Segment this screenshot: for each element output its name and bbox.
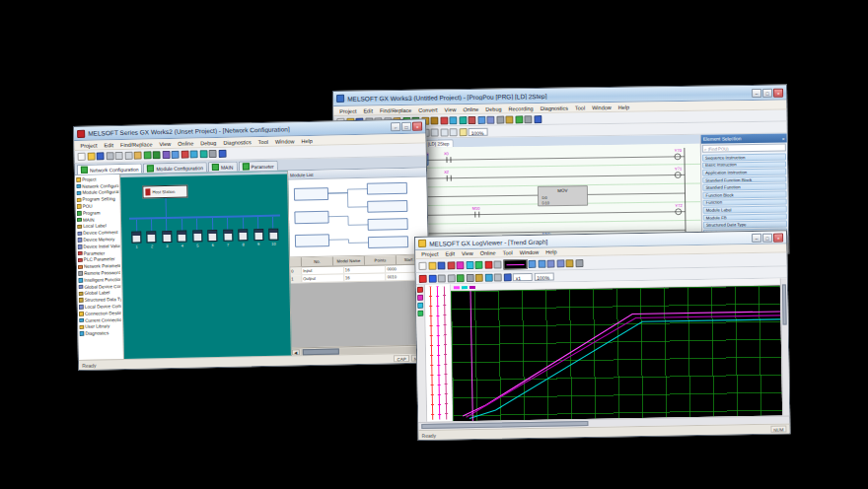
waveform-preview-icon[interactable] [503, 259, 527, 269]
menu-item[interactable]: Window [517, 249, 542, 255]
scrollbar-thumb[interactable] [782, 284, 787, 325]
menu-item[interactable]: Find/Replace [117, 141, 156, 148]
open-icon[interactable] [428, 261, 436, 269]
scale-axis-red[interactable] [429, 287, 434, 420]
menu-item[interactable]: Window [272, 138, 298, 145]
cross-reference-icon[interactable] [496, 115, 504, 123]
horizontal-scale-select[interactable]: x1 [513, 272, 533, 280]
element-category[interactable]: Basic Instruction [702, 161, 786, 169]
stop-monitor-icon[interactable] [484, 260, 492, 268]
menu-item[interactable]: Help [615, 104, 632, 109]
cursor-b-icon[interactable] [428, 274, 436, 282]
scale-optimize-icon[interactable] [457, 274, 465, 282]
close-button[interactable]: × [412, 122, 422, 131]
monitor-start-icon[interactable] [459, 116, 467, 124]
help-icon[interactable] [218, 150, 226, 158]
magenta-channel-icon[interactable] [417, 295, 423, 301]
block-boxes[interactable] [294, 182, 407, 249]
new-icon[interactable] [418, 261, 426, 269]
menu-item[interactable]: Help [298, 137, 315, 143]
menu-item[interactable]: Tool [255, 138, 271, 144]
column-header[interactable]: Model Name [333, 256, 365, 266]
zoom-select[interactable]: 100% [534, 272, 553, 280]
zoom-value-out-icon[interactable] [556, 259, 564, 267]
station-node[interactable]: 9 [253, 217, 263, 246]
monitor-stop-icon[interactable] [468, 115, 475, 123]
station-node[interactable]: 8 [238, 217, 249, 246]
menu-item[interactable]: Recording [505, 105, 536, 111]
menu-item[interactable]: Window [589, 105, 615, 110]
trend-plot-area[interactable] [451, 286, 782, 422]
menu-item[interactable]: Edit [101, 142, 116, 148]
menu-item[interactable]: Edit [442, 250, 458, 256]
cut-icon[interactable] [115, 152, 123, 160]
document-tab[interactable]: Parameter [238, 161, 278, 172]
red-channel-icon[interactable] [417, 287, 423, 293]
close-icon[interactable]: × [782, 135, 785, 141]
zoom-in-icon[interactable] [172, 151, 180, 159]
minimize-button[interactable]: – [752, 233, 761, 242]
find-icon[interactable] [162, 151, 170, 159]
window-trend-graph[interactable]: MELSOFT GX LogViewer - [Trend Graph] – □… [414, 230, 791, 441]
cyan-channel-icon[interactable] [417, 303, 423, 309]
minimize-button[interactable]: – [752, 88, 761, 97]
options-icon[interactable] [524, 115, 532, 123]
menu-item[interactable]: Diagnostics [538, 105, 572, 110]
redo-icon[interactable] [153, 151, 161, 159]
historical-trend-icon[interactable] [456, 261, 464, 269]
cursor-icon[interactable] [493, 260, 501, 268]
zoom-time-in-icon[interactable] [528, 259, 536, 267]
legend-icon[interactable] [565, 259, 573, 267]
menu-item[interactable]: Tool [572, 105, 588, 110]
element-category[interactable]: Function [703, 198, 787, 206]
close-button[interactable]: × [773, 233, 783, 242]
element-category[interactable]: Module Label [703, 206, 787, 214]
menu-item[interactable]: Tool [500, 249, 516, 255]
device-list-icon[interactable] [505, 115, 513, 123]
document-tab[interactable]: Network Configuration [77, 164, 143, 175]
start-monitor-icon[interactable] [474, 260, 482, 268]
station-node[interactable]: 3 [162, 219, 173, 248]
wrap-destination-icon[interactable] [440, 128, 448, 136]
menu-item[interactable]: Convert [415, 106, 440, 112]
watch-icon[interactable] [486, 115, 494, 123]
cursor-a-icon[interactable] [419, 274, 427, 282]
move-right-icon[interactable] [447, 274, 455, 282]
write-to-plc-icon[interactable] [181, 151, 188, 159]
element-search-input[interactable]: ⌕ (Find POU) [702, 144, 786, 153]
comment-icon[interactable] [459, 128, 467, 136]
station-node[interactable]: 7 [223, 218, 234, 247]
menu-item[interactable]: Help [542, 248, 559, 254]
inline-st-icon[interactable] [450, 128, 458, 136]
print-icon[interactable] [106, 152, 113, 160]
wrap-source-icon[interactable] [431, 128, 439, 136]
scrollbar-thumb[interactable] [303, 348, 339, 355]
host-station-box[interactable]: Host Station [142, 185, 187, 199]
print-icon[interactable] [494, 273, 502, 281]
menu-item[interactable]: Find/Replace [377, 106, 415, 113]
menu-item[interactable]: Edit [360, 107, 376, 113]
zoom-select[interactable]: 100% [469, 127, 488, 135]
save-icon[interactable] [97, 152, 105, 160]
maximize-button[interactable]: □ [762, 233, 772, 242]
device-batch-monitor-icon[interactable] [477, 115, 485, 123]
maximize-button[interactable]: □ [762, 88, 772, 97]
undo-icon[interactable] [143, 151, 151, 159]
device-comment-icon[interactable] [209, 150, 217, 158]
scale-axis-magenta[interactable] [436, 287, 441, 420]
document-tab[interactable]: MAIN [208, 162, 238, 173]
csv-export-icon[interactable] [484, 273, 492, 281]
grid-toggle-icon[interactable] [466, 273, 473, 281]
move-left-icon[interactable] [438, 274, 446, 282]
menu-item[interactable]: Project [418, 251, 441, 257]
menu-item[interactable]: Project [336, 107, 359, 113]
help-icon[interactable] [503, 273, 511, 281]
maximize-button[interactable]: □ [401, 122, 411, 131]
station-node[interactable]: 5 [192, 218, 203, 247]
paste-icon[interactable] [134, 152, 142, 160]
station-node[interactable]: 6 [207, 218, 218, 247]
element-category[interactable]: Application Instruction [702, 169, 786, 176]
parameter-table[interactable]: No.Model NamePointsStart XY 0Input160000… [290, 254, 430, 355]
menu-item[interactable]: Online [460, 105, 481, 111]
save-icon[interactable] [437, 261, 445, 269]
